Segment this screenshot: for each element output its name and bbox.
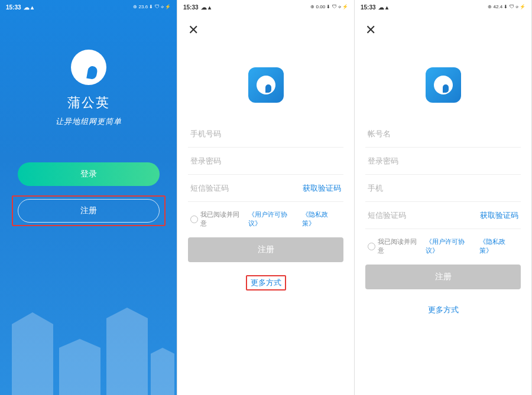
sms-field-row: 获取验证码 [365,202,521,229]
status-bar: 15:33 ☁ ▴ ⊕ 42.4 ⬇ 🛡 ⟡ ⚡ [355,0,531,14]
login-button[interactable]: 登录 [18,162,160,186]
register-submit-button[interactable]: 注册 [188,237,343,262]
password-input[interactable] [368,156,518,165]
svg-marker-1 [59,339,100,395]
get-code-button[interactable]: 获取验证码 [480,210,518,221]
status-icons-right: ⊕ 42.4 ⬇ 🛡 ⟡ ⚡ [488,4,525,10]
app-logo-icon [426,67,461,103]
password-field-row [365,148,521,175]
status-time: 15:33 [6,4,21,11]
password-input[interactable] [190,156,341,165]
app-logo-icon [71,50,106,85]
status-bar: 15:33 ☁ ▴ ⊕ 0.00 ⬇ 🛡 ⟡ ⚡ [177,0,354,14]
phone-field-row [188,120,343,148]
status-icons-left: ☁ ▴ [201,4,212,11]
status-time: 15:33 [361,4,376,11]
password-field-row [188,148,343,175]
welcome-screen: 15:33 ☁ ▴ ⊕ 23.6 ⬇ 🛡 ⟡ ⚡ 蒲公英 让异地组网更简单 登录… [0,0,177,395]
agreement-row: 我已阅读并同意 《用户许可协议》 《隐私政策》 [365,229,521,265]
app-logo-icon [248,67,284,103]
user-agreement-link[interactable]: 《用户许可协议》 [248,210,300,228]
close-icon[interactable]: ✕ [365,24,376,37]
sms-field-row: 获取验证码 [188,175,343,202]
agree-prefix: 我已阅读并同意 [200,210,246,228]
phone-register-screen: 15:33 ☁ ▴ ⊕ 0.00 ⬇ 🛡 ⟡ ⚡ ✕ 获取验证码 我已阅读并同意… [177,0,355,395]
register-submit-button[interactable]: 注册 [365,265,521,289]
sms-input[interactable] [190,184,303,192]
svg-marker-3 [151,348,174,395]
status-bar: 15:33 ☁ ▴ ⊕ 23.6 ⬇ 🛡 ⟡ ⚡ [0,0,177,14]
privacy-policy-link[interactable]: 《隐私政策》 [479,237,518,255]
status-icons-left: ☁ ▴ [24,4,34,11]
more-methods-link[interactable]: 更多方式 [246,275,286,290]
city-illustration [0,265,177,395]
account-field-row [365,120,521,148]
status-time: 15:33 [183,4,199,11]
app-title: 蒲公英 [67,94,110,112]
register-button[interactable]: 注册 [18,199,160,223]
more-methods-link[interactable]: 更多方式 [423,302,463,318]
privacy-policy-link[interactable]: 《隐私政策》 [302,210,341,228]
sms-input[interactable] [368,211,480,220]
status-icons-right: ⊕ 0.00 ⬇ 🛡 ⟡ ⚡ [310,4,348,10]
svg-marker-0 [12,312,53,395]
svg-marker-2 [106,308,148,395]
agree-radio[interactable] [190,216,198,223]
account-register-screen: 15:33 ☁ ▴ ⊕ 42.4 ⬇ 🛡 ⟡ ⚡ ✕ 获取验证码 我已阅读并同意… [355,0,532,395]
account-input[interactable] [368,129,518,138]
user-agreement-link[interactable]: 《用户许可协议》 [426,237,478,255]
close-icon[interactable]: ✕ [188,24,199,37]
agree-prefix: 我已阅读并同意 [378,237,423,255]
status-icons-right: ⊕ 23.6 ⬇ 🛡 ⟡ ⚡ [133,4,171,10]
phone-input[interactable] [190,129,341,138]
agree-radio[interactable] [368,243,375,250]
phone-field-row [365,175,521,202]
app-slogan: 让异地组网更简单 [56,116,122,127]
phone-input[interactable] [368,184,518,192]
status-icons-left: ☁ ▴ [378,4,389,11]
agreement-row: 我已阅读并同意 《用户许可协议》 《隐私政策》 [188,202,343,237]
get-code-button[interactable]: 获取验证码 [303,183,341,194]
